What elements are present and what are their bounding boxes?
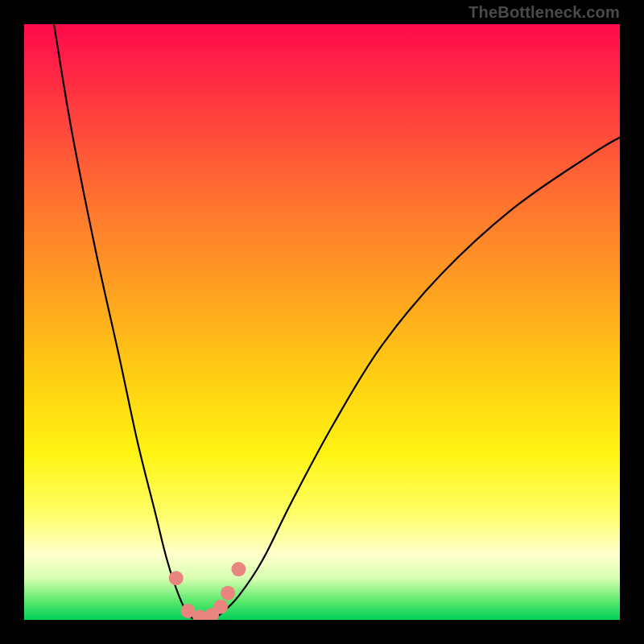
plot-area	[24, 24, 620, 620]
curve-marker	[221, 586, 235, 601]
watermark-text: TheBottleneck.com	[469, 3, 620, 22]
bottleneck-curve	[24, 24, 620, 620]
curve-markers	[169, 562, 246, 620]
chart-frame: TheBottleneck.com	[0, 0, 644, 644]
curve-path	[54, 24, 620, 620]
curve-marker	[213, 600, 228, 614]
curve-marker	[169, 571, 184, 585]
curve-marker	[231, 562, 246, 576]
